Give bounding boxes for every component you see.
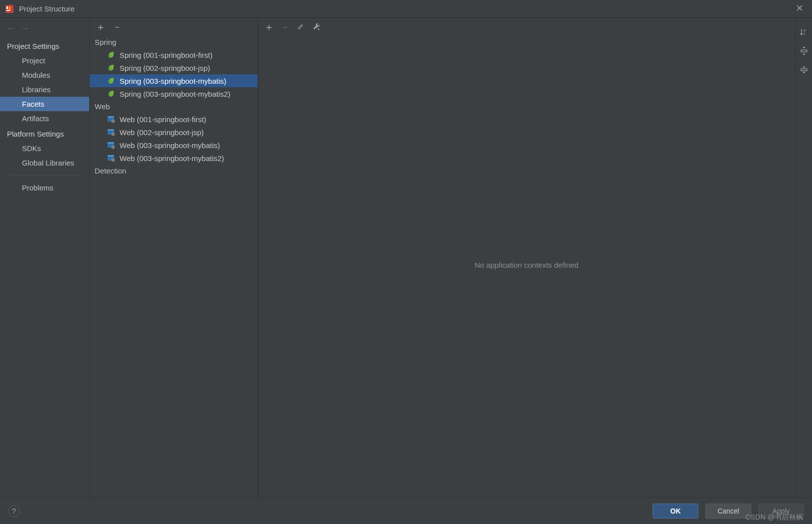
svg-rect-27 — [801, 69, 807, 71]
svg-text:a: a — [804, 28, 806, 32]
facet-list-toolbar: ＋ － — [90, 18, 258, 33]
tree-row[interactable]: Spring (001-springboot-first) — [90, 48, 258, 61]
svg-point-7 — [110, 94, 111, 95]
web-icon — [107, 115, 116, 124]
spring-icon — [107, 50, 116, 59]
spring-icon — [107, 89, 116, 98]
svg-point-4 — [110, 55, 111, 56]
app-icon — [5, 4, 14, 13]
close-icon[interactable] — [794, 1, 805, 16]
detail-toolbar: ＋ － — [258, 18, 795, 33]
nav-separator — [10, 175, 79, 175]
cancel-button[interactable]: Cancel — [705, 504, 751, 519]
web-icon — [107, 154, 116, 163]
svg-rect-17 — [108, 142, 114, 144]
edit-context-icon — [297, 22, 305, 32]
nav-item-facets[interactable]: Facets — [0, 97, 89, 111]
svg-point-6 — [110, 81, 111, 82]
svg-rect-3 — [9, 6, 10, 10]
svg-rect-9 — [108, 116, 114, 118]
svg-text:z: z — [804, 32, 806, 35]
left-nav: ← → Project Settings Project Modules Lib… — [0, 18, 90, 497]
nav-item-project[interactable]: Project — [0, 53, 89, 68]
tree-row-label: Web (002-springboot-jsp) — [120, 128, 204, 137]
bottom-bar: ? OK Cancel Apply — [0, 497, 812, 524]
titlebar: Project Structure — [0, 0, 812, 18]
nav-item-problems[interactable]: Problems — [0, 180, 89, 195]
tree-row[interactable]: Web (002-springboot-jsp) — [90, 126, 258, 139]
nav-section-platform-settings: Platform Settings — [0, 126, 89, 141]
add-context-icon[interactable]: ＋ — [264, 22, 274, 32]
tree-row[interactable]: Spring (002-springboot-jsp) — [90, 61, 258, 74]
sort-az-icon[interactable]: az — [799, 27, 809, 37]
tree-row[interactable]: Web (001-springboot-first) — [90, 113, 258, 126]
nav-item-modules[interactable]: Modules — [0, 68, 89, 82]
spring-icon — [107, 76, 116, 85]
svg-rect-1 — [6, 10, 10, 11]
tree-row-label: Web (003-springboot-mybatis) — [120, 141, 220, 150]
tree-row-label: Spring (002-springboot-jsp) — [120, 64, 210, 72]
tree-group-header[interactable]: Web — [90, 100, 258, 113]
facet-tree[interactable]: SpringSpring (001-springboot-first)Sprin… — [90, 33, 258, 497]
nav-item-libraries[interactable]: Libraries — [0, 82, 89, 97]
nav-section-project-settings: Project Settings — [0, 38, 89, 53]
ok-button[interactable]: OK — [653, 504, 698, 519]
nav-back-icon[interactable]: ← — [7, 24, 15, 33]
expand-all-icon[interactable] — [799, 46, 809, 56]
nav-forward-icon[interactable]: → — [21, 24, 29, 33]
tree-row[interactable]: Spring (003-springboot-mybatis2) — [90, 87, 258, 100]
remove-context-icon: － — [281, 22, 290, 31]
svg-point-5 — [110, 68, 111, 69]
tree-row-label: Spring (001-springboot-first) — [120, 51, 213, 59]
svg-rect-21 — [108, 155, 114, 157]
tree-row-label: Web (003-springboot-mybatis2) — [120, 154, 224, 163]
spring-icon — [107, 63, 116, 72]
add-facet-icon[interactable]: ＋ — [96, 22, 106, 32]
tree-row[interactable]: Spring (003-springboot-mybatis) — [90, 74, 258, 87]
web-icon — [107, 128, 116, 137]
tree-row-label: Web (001-springboot-first) — [120, 115, 206, 124]
nav-item-sdks[interactable]: SDKs — [0, 141, 89, 156]
wrench-icon[interactable] — [312, 22, 321, 32]
tree-group-header[interactable]: Spring — [90, 36, 258, 48]
tree-row-label: Spring (003-springboot-mybatis2) — [120, 90, 231, 98]
nav-item-artifacts[interactable]: Artifacts — [0, 111, 89, 126]
project-structure-dialog: Project Structure ← → Project Settings P… — [0, 0, 812, 524]
window-title: Project Structure — [19, 4, 75, 13]
svg-rect-13 — [108, 129, 114, 131]
tree-row[interactable]: Web (003-springboot-mybatis) — [90, 139, 258, 152]
svg-rect-2 — [6, 6, 8, 9]
svg-rect-26 — [801, 50, 807, 52]
right-gutter: az — [795, 18, 812, 497]
nav-item-global-libraries[interactable]: Global Libraries — [0, 156, 89, 170]
tree-detection[interactable]: Detection — [90, 165, 258, 177]
web-icon — [107, 141, 116, 150]
detail-panel: ＋ － No application contexts defined az — [258, 18, 812, 497]
detail-placeholder: No application contexts defined — [475, 261, 578, 269]
apply-button: Apply — [758, 504, 804, 519]
tree-row[interactable]: Web (003-springboot-mybatis2) — [90, 152, 258, 165]
remove-facet-icon[interactable]: － — [113, 22, 122, 31]
tree-row-label: Spring (003-springboot-mybatis) — [120, 77, 226, 85]
help-icon[interactable]: ? — [8, 505, 20, 517]
collapse-all-icon[interactable] — [799, 65, 809, 75]
facet-list-panel: ＋ － SpringSpring (001-springboot-first)S… — [90, 18, 258, 497]
